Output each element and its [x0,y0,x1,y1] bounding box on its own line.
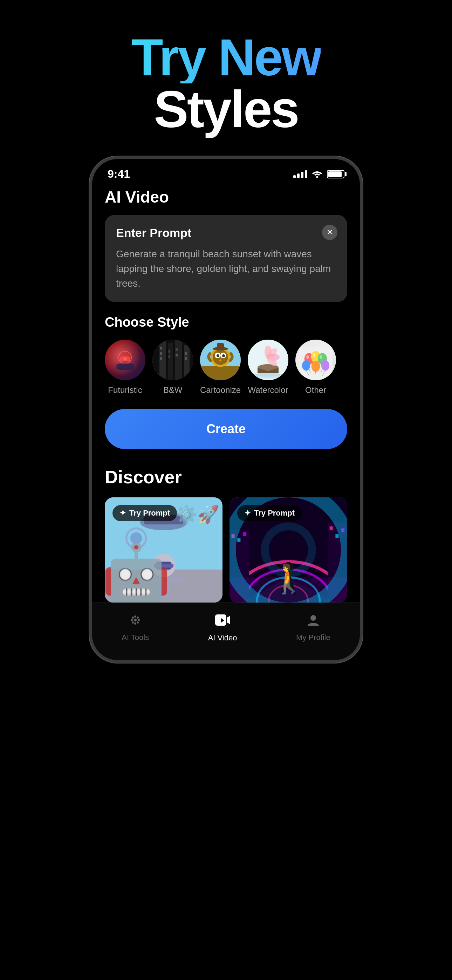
style-circle-futuristic [105,340,145,380]
style-item-cartoonize[interactable]: Cartoonize [200,340,241,395]
svg-rect-62 [170,577,181,581]
svg-rect-14 [169,350,170,353]
svg-point-81 [134,616,136,617]
svg-rect-61 [146,577,158,581]
style-item-other[interactable]: Other [295,340,336,395]
app-title: AI Video [105,184,347,215]
status-bar: 9:41 [92,159,360,184]
watercolor-inner [248,340,288,380]
style-label-bw: B&W [163,385,183,395]
svg-point-26 [216,354,220,357]
style-label-other: Other [305,385,326,395]
svg-rect-78 [286,573,291,587]
battery-fill [328,172,342,177]
svg-point-82 [134,622,136,625]
svg-point-67 [269,585,308,603]
svg-point-49 [313,353,316,357]
choose-style-title: Choose Style [105,315,347,330]
sparkle-icon-1: ✦ [119,509,126,518]
svg-point-80 [134,619,137,621]
my-profile-icon [307,614,320,630]
svg-rect-11 [160,347,162,350]
try-prompt-badge-1[interactable]: ✦ Try Prompt [113,505,177,521]
battery-icon [327,170,344,178]
discover-title: Discover [105,466,347,488]
svg-rect-17 [175,354,178,356]
nav-item-ai-tools[interactable]: AI Tools [111,610,159,646]
svg-point-87 [137,617,139,619]
prompt-label: Enter Prompt [116,226,336,240]
svg-point-64 [233,562,344,603]
nav-label-ai-video: AI Video [208,633,237,643]
close-button[interactable]: ✕ [322,225,337,240]
discover-card-2[interactable]: ✦ Try Prompt [229,497,347,603]
svg-rect-21 [200,366,241,380]
svg-rect-73 [330,527,333,530]
svg-point-23 [213,350,228,365]
sparkle-icon-2: ✦ [244,509,250,518]
bw-inner [153,340,193,380]
nav-label-ai-tools: AI Tools [122,633,149,642]
svg-rect-71 [243,532,246,536]
svg-point-47 [312,361,320,372]
style-row: Futuristic [105,340,347,395]
style-label-cartoonize: Cartoonize [200,385,241,395]
nav-item-my-profile[interactable]: My Profile [286,610,341,646]
close-icon: ✕ [326,228,333,237]
discover-section: Discover [105,466,347,603]
svg-rect-74 [335,534,339,538]
svg-point-40 [250,376,286,379]
svg-rect-52 [105,570,223,603]
svg-rect-75 [341,528,344,532]
svg-point-88 [132,621,134,624]
svg-point-86 [137,621,139,624]
style-item-bw[interactable]: B&W [153,340,193,395]
choose-style-section: Choose Style [105,315,347,395]
svg-rect-76 [229,577,347,603]
svg-rect-60 [158,577,170,597]
hero-title: Try New Styles [131,32,321,135]
svg-rect-12 [160,352,162,355]
try-prompt-badge-2[interactable]: ✦ Try Prompt [237,505,302,521]
discover-card-1[interactable]: ✦ Try Prompt [105,497,223,603]
svg-point-91 [310,615,316,621]
svg-point-66 [257,577,320,603]
futuristic-inner [105,340,145,380]
svg-rect-58 [156,562,172,570]
discover-grid: ✦ Try Prompt [105,497,347,603]
svg-point-3 [124,358,126,360]
status-time: 9:41 [108,167,130,180]
style-circle-bw [153,340,193,380]
svg-rect-69 [232,534,235,538]
svg-rect-16 [175,348,178,351]
svg-rect-18 [185,352,187,355]
svg-rect-70 [237,538,240,542]
ai-video-icon [215,613,230,630]
other-inner [295,340,336,380]
nav-label-my-profile: My Profile [296,633,330,642]
svg-point-83 [131,619,133,621]
wifi-icon [312,169,323,179]
svg-point-77 [283,562,294,573]
svg-point-56 [131,532,142,544]
style-item-futuristic[interactable]: Futuristic [105,340,145,395]
prompt-text[interactable]: Generate a tranquil beach sunset with wa… [116,247,336,291]
ai-tools-icon [129,614,142,630]
prompt-box[interactable]: Enter Prompt Generate a tranquil beach s… [105,215,347,302]
style-circle-other [295,340,336,380]
nav-item-ai-video[interactable]: AI Video [197,610,248,646]
phone-mockup: 9:41 [89,156,363,663]
create-button[interactable]: Create [105,409,347,449]
svg-rect-59 [154,563,173,568]
svg-point-48 [306,355,309,359]
svg-point-0 [317,176,318,178]
status-icons [293,169,344,179]
signal-icon [293,170,307,178]
style-circle-cartoonize [200,340,241,380]
style-item-watercolor[interactable]: Watercolor [248,340,288,395]
svg-rect-13 [160,357,162,360]
phone-frame: 9:41 [89,156,363,663]
hero-try-new: Try New [131,32,321,83]
svg-rect-30 [217,343,224,350]
svg-point-50 [320,355,322,359]
